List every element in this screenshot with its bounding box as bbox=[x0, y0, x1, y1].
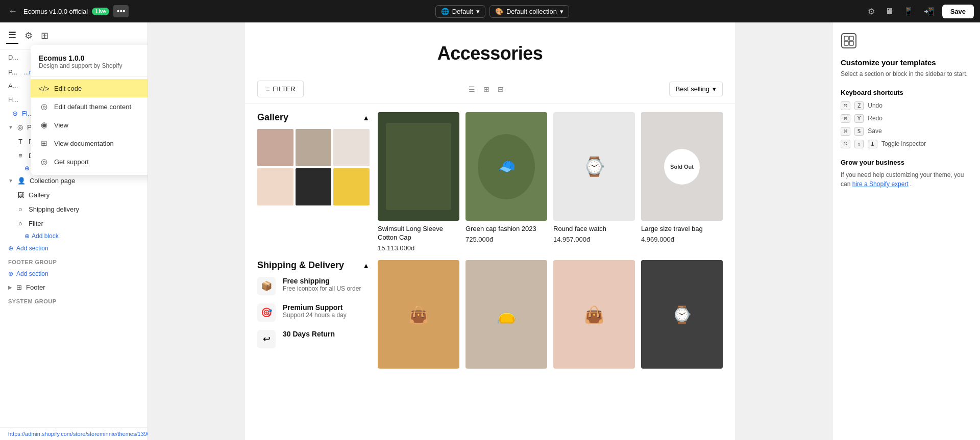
sort-label: Best selling bbox=[676, 85, 709, 93]
add-section-btn-2[interactable]: ⊕ Add section bbox=[0, 267, 148, 280]
more-button[interactable]: ••• bbox=[113, 5, 129, 17]
product-card-3[interactable]: ⌚ Round face watch 14.957.000đ bbox=[553, 112, 635, 252]
svg-rect-4 bbox=[849, 41, 853, 45]
kbd-i: I bbox=[868, 140, 877, 148]
tablet-icon-btn[interactable]: 📱 bbox=[901, 5, 916, 18]
shipping-item-text-3: 30 Days Return bbox=[283, 330, 335, 338]
collection-selector[interactable]: 🎨 Default collection ▾ bbox=[489, 5, 569, 18]
topbar: ← Ecomus v1.0.0 official Live ••• 🌐 Defa… bbox=[0, 0, 980, 22]
product-card-4[interactable]: 👜 Sold Out Large size travel bag 4.969.0… bbox=[641, 112, 723, 252]
edit-default-label: Edit default theme content bbox=[54, 103, 131, 111]
add-section-label-1: Add section bbox=[16, 245, 48, 252]
p8-emoji: ⌚ bbox=[672, 305, 692, 324]
shipping-section: Shipping & Delivery ▲ 📦 Free shipping Fr… bbox=[257, 260, 370, 373]
p5-emoji: 👜 bbox=[408, 305, 429, 324]
sidebar-shipping-delivery[interactable]: ○ Shipping delivery bbox=[0, 202, 148, 216]
product-img-3: ⌚ bbox=[553, 112, 635, 221]
sidebar-apps-btn[interactable]: ⊞ bbox=[39, 28, 51, 44]
footer-icon: ⊞ bbox=[16, 283, 22, 291]
sidebar-settings-btn[interactable]: ⚙ bbox=[22, 28, 35, 44]
product-price-1: 15.113.000đ bbox=[378, 244, 459, 252]
shipping-item-free: 📦 Free shipping Free iconbox for all US … bbox=[257, 277, 370, 295]
system-group-label: System Group bbox=[0, 294, 148, 306]
undo-label: Undo bbox=[868, 102, 883, 109]
shipping-title-row: Shipping & Delivery ▲ bbox=[257, 260, 370, 271]
product-card-2[interactable]: 🧢 Green cap fashion 2023 725.000đ bbox=[465, 112, 547, 252]
product-img-1 bbox=[378, 112, 459, 221]
gallery-title: Gallery bbox=[257, 112, 288, 123]
p6-emoji: 👝 bbox=[496, 305, 517, 324]
product-name-1: Swimsuit Long Sleeve Cotton Cap bbox=[378, 225, 459, 242]
shortcut-redo: ⌘ Y Redo bbox=[841, 114, 972, 123]
add-block-label-2: Add block bbox=[32, 232, 59, 240]
product-price-2: 725.000đ bbox=[465, 236, 547, 243]
main-layout: Ecomus 1.0.0 Design and support by Shopi… bbox=[0, 22, 980, 440]
sidebar-sections-btn[interactable]: ☰ bbox=[6, 28, 18, 44]
shipping-collapse-btn[interactable]: ▲ bbox=[362, 262, 370, 270]
dropdown-menu: Ecomus 1.0.0 Design and support by Shopi… bbox=[31, 45, 148, 175]
product-card-7[interactable]: 👜 bbox=[553, 260, 635, 373]
gallery-img-1 bbox=[257, 129, 293, 166]
product-card-1[interactable]: Swimsuit Long Sleeve Cotton Cap 15.113.0… bbox=[378, 112, 459, 252]
dropdown-item-support[interactable]: ◎ Get support bbox=[31, 152, 148, 171]
shopify-expert-link[interactable]: hire a Shopify expert bbox=[852, 180, 909, 188]
filter-button[interactable]: ≡ FILTER bbox=[257, 81, 304, 97]
view-icon: ◉ bbox=[39, 120, 49, 130]
divider bbox=[31, 76, 148, 77]
sidebar-filter[interactable]: ○ Filter bbox=[0, 216, 148, 230]
sold-out-overlay: Sold Out bbox=[641, 112, 723, 221]
filter-lines-icon: ≡ bbox=[266, 85, 270, 93]
kbd-y: Y bbox=[854, 114, 864, 123]
grid2-view-btn[interactable]: ⊞ bbox=[481, 83, 492, 95]
live-badge: Live bbox=[92, 8, 109, 15]
footer-add-section-label: Add section bbox=[16, 270, 48, 277]
collection-page-label: Collection page bbox=[30, 177, 76, 185]
products-grid: Swimsuit Long Sleeve Cotton Cap 15.113.0… bbox=[378, 112, 723, 252]
save-button[interactable]: Save bbox=[942, 5, 974, 18]
add-section-btn-1[interactable]: ⊕ Add section bbox=[0, 242, 148, 255]
list-view-btn[interactable]: ☰ bbox=[467, 83, 477, 95]
cap-emoji: 🧢 bbox=[498, 158, 516, 175]
theme-selector-label: Default bbox=[452, 8, 473, 15]
grid3-view-btn[interactable]: ⊟ bbox=[496, 83, 506, 95]
gallery-collapse-btn[interactable]: ▲ bbox=[362, 114, 370, 122]
shipping-title: Shipping & Delivery bbox=[257, 260, 344, 271]
product-price-3: 14.957.000đ bbox=[553, 236, 635, 243]
kbd-cmd-4: ⌘ bbox=[841, 140, 850, 148]
gallery-img-2 bbox=[296, 129, 332, 166]
settings-icon-btn[interactable]: ⚙ bbox=[866, 5, 877, 18]
right-panel-sub: Select a section or block in the sidebar… bbox=[841, 70, 972, 79]
dropdown-item-view[interactable]: ◉ View bbox=[31, 116, 148, 134]
products-section: Swimsuit Long Sleeve Cotton Cap 15.113.0… bbox=[378, 112, 723, 252]
theme-selector[interactable]: 🌐 Default ▾ bbox=[435, 5, 485, 18]
topbar-left: ← Ecomus v1.0.0 official Live ••• bbox=[6, 4, 139, 19]
free-shipping-icon: 📦 bbox=[257, 277, 276, 295]
filter-bar: ≡ FILTER ☰ ⊞ ⊟ Best selling ▾ bbox=[245, 74, 735, 104]
svg-rect-2 bbox=[849, 36, 853, 40]
product-name-3: Round face watch bbox=[553, 225, 635, 234]
product-img-7: 👜 bbox=[553, 260, 635, 369]
sidebar-footer-item[interactable]: ▶ ⊞ Footer bbox=[0, 280, 148, 294]
monitor-icon-btn[interactable]: 🖥 bbox=[883, 5, 895, 18]
collapse-icon: ▼ bbox=[8, 124, 13, 130]
chevron-down-icon: ▾ bbox=[476, 8, 480, 15]
product-card-6[interactable]: 👝 bbox=[465, 260, 547, 373]
back-button[interactable]: ← bbox=[6, 4, 19, 19]
svg-rect-0 bbox=[842, 34, 856, 48]
product-card-5[interactable]: 👜 bbox=[378, 260, 459, 373]
sidebar-gallery[interactable]: 🖼 Gallery bbox=[0, 188, 148, 202]
sort-select[interactable]: Best selling ▾ bbox=[669, 82, 723, 96]
right-panel: Customize your templates Select a sectio… bbox=[832, 22, 980, 440]
dropdown-item-view-docs[interactable]: ⊞ View documentation bbox=[31, 134, 148, 152]
theme-icon: ◎ bbox=[39, 101, 49, 112]
right-panel-icon bbox=[841, 33, 972, 52]
dropdown-item-edit-default[interactable]: ◎ Edit default theme content bbox=[31, 97, 148, 116]
dropdown-item-edit-code[interactable]: </> Edit code bbox=[31, 79, 148, 97]
collection-icon: 👤 bbox=[17, 177, 26, 185]
description-icon: ≡ bbox=[16, 151, 24, 160]
mobile-icon-btn[interactable]: 📲 bbox=[922, 5, 936, 18]
sidebar-collection-page[interactable]: ▼ 👤 Collection page bbox=[0, 174, 148, 188]
add-block-btn-2[interactable]: ⊕ Add block bbox=[0, 230, 148, 242]
product-card-8[interactable]: ⌚ bbox=[641, 260, 723, 373]
topbar-center: 🌐 Default ▾ 🎨 Default collection ▾ bbox=[144, 5, 861, 18]
